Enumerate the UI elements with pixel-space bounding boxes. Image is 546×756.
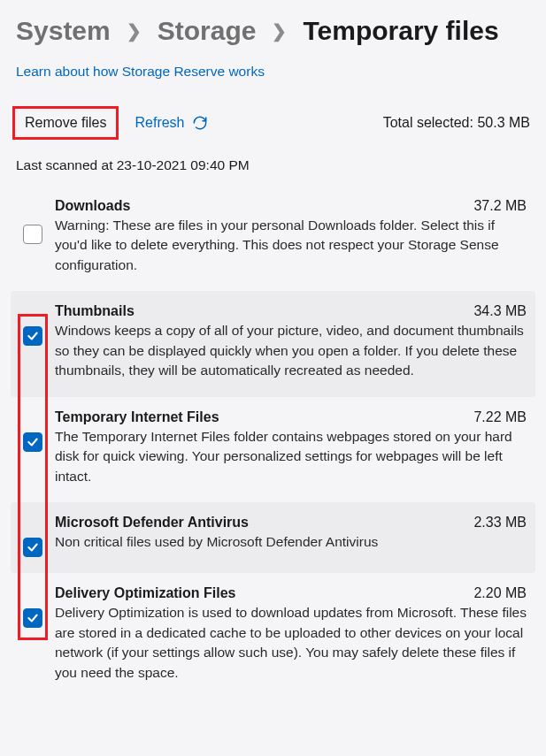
item-body: Thumbnails34.3 MBWindows keeps a copy of… — [55, 303, 527, 380]
item-title: Delivery Optimization Files — [55, 585, 236, 601]
breadcrumb-system[interactable]: System — [16, 16, 111, 46]
checkbox-column — [23, 515, 46, 557]
list-item: Downloads37.2 MBWarning: These are files… — [11, 186, 535, 291]
item-body: Temporary Internet Files7.22 MBThe Tempo… — [55, 409, 527, 486]
item-description: Non critical files used by Microsoft Def… — [55, 532, 527, 552]
last-scanned: Last scanned at 23-10-2021 09:40 PM — [16, 157, 530, 173]
item-body: Downloads37.2 MBWarning: These are files… — [55, 198, 527, 275]
total-selected: Total selected: 50.3 MB — [383, 115, 530, 131]
chevron-right-icon: ❯ — [272, 20, 287, 42]
breadcrumb-storage[interactable]: Storage — [158, 16, 257, 46]
item-head: Temporary Internet Files7.22 MB — [55, 409, 527, 425]
item-head: Downloads37.2 MB — [55, 198, 527, 214]
checkbox-column — [23, 585, 46, 683]
refresh-button[interactable]: Refresh — [135, 115, 207, 131]
list-item: Delivery Optimization Files2.20 MBDelive… — [11, 573, 535, 699]
item-title: Downloads — [55, 198, 130, 214]
list-item: Microsoft Defender Antivirus2.33 MBNon c… — [11, 502, 535, 573]
item-title: Microsoft Defender Antivirus — [55, 515, 249, 531]
checkbox[interactable] — [23, 432, 42, 452]
checkbox[interactable] — [23, 326, 42, 346]
item-description: Windows keeps a copy of all of your pict… — [55, 321, 527, 380]
checkbox-column — [23, 303, 46, 380]
item-size: 2.33 MB — [473, 515, 527, 531]
chevron-right-icon: ❯ — [127, 20, 142, 42]
item-size: 2.20 MB — [473, 585, 527, 601]
item-size: 34.3 MB — [473, 303, 527, 319]
checkbox-column — [23, 198, 46, 275]
action-row: Remove files Refresh Total selected: 50.… — [16, 110, 530, 136]
item-head: Delivery Optimization Files2.20 MB — [55, 585, 527, 601]
checkbox[interactable] — [23, 225, 42, 244]
learn-storage-reserve-link[interactable]: Learn about how Storage Reserve works — [16, 64, 265, 80]
items-list: Downloads37.2 MBWarning: These are files… — [11, 186, 535, 699]
refresh-icon — [192, 115, 208, 131]
checkbox[interactable] — [23, 538, 42, 557]
item-title: Thumbnails — [55, 303, 135, 319]
item-head: Thumbnails34.3 MB — [55, 303, 527, 319]
item-title: Temporary Internet Files — [55, 409, 219, 425]
total-selected-value: 50.3 MB — [477, 115, 530, 130]
checkbox[interactable] — [23, 608, 42, 628]
breadcrumb: System ❯ Storage ❯ Temporary files — [16, 16, 530, 46]
item-size: 7.22 MB — [473, 409, 527, 425]
checkbox-column — [23, 409, 46, 486]
refresh-label: Refresh — [135, 115, 184, 131]
item-body: Microsoft Defender Antivirus2.33 MBNon c… — [55, 515, 527, 557]
list-item: Temporary Internet Files7.22 MBThe Tempo… — [11, 397, 535, 502]
item-description: Delivery Optimization is used to downloa… — [55, 603, 527, 683]
item-description: The Temporary Internet Files folder cont… — [55, 427, 527, 486]
remove-files-button[interactable]: Remove files — [16, 110, 115, 136]
item-body: Delivery Optimization Files2.20 MBDelive… — [55, 585, 527, 683]
total-selected-label: Total selected: — [383, 115, 478, 130]
breadcrumb-current: Temporary files — [303, 16, 498, 46]
item-size: 37.2 MB — [473, 198, 527, 214]
item-head: Microsoft Defender Antivirus2.33 MB — [55, 515, 527, 531]
list-item: Thumbnails34.3 MBWindows keeps a copy of… — [11, 291, 535, 396]
item-description: Warning: These are files in your persona… — [55, 216, 527, 275]
